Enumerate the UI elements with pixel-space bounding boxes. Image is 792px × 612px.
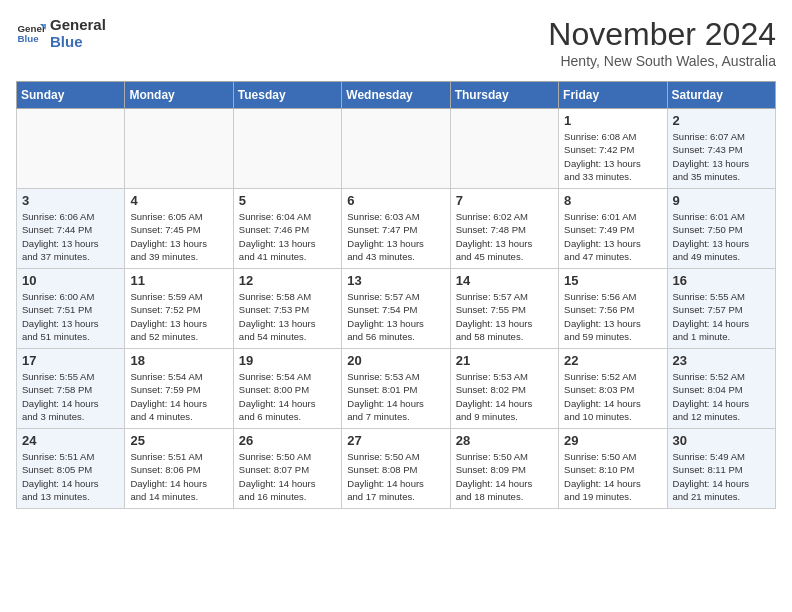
day-info: Sunrise: 5:59 AM Sunset: 7:52 PM Dayligh… — [130, 290, 227, 343]
day-cell: 21Sunrise: 5:53 AM Sunset: 8:02 PM Dayli… — [450, 349, 558, 429]
week-row-4: 17Sunrise: 5:55 AM Sunset: 7:58 PM Dayli… — [17, 349, 776, 429]
day-cell: 24Sunrise: 5:51 AM Sunset: 8:05 PM Dayli… — [17, 429, 125, 509]
day-cell — [342, 109, 450, 189]
day-number: 29 — [564, 433, 661, 448]
day-number: 26 — [239, 433, 336, 448]
page-header: General Blue General Blue November 2024 … — [16, 16, 776, 69]
day-cell: 13Sunrise: 5:57 AM Sunset: 7:54 PM Dayli… — [342, 269, 450, 349]
header-monday: Monday — [125, 82, 233, 109]
day-cell: 23Sunrise: 5:52 AM Sunset: 8:04 PM Dayli… — [667, 349, 775, 429]
day-info: Sunrise: 5:53 AM Sunset: 8:02 PM Dayligh… — [456, 370, 553, 423]
week-row-5: 24Sunrise: 5:51 AM Sunset: 8:05 PM Dayli… — [17, 429, 776, 509]
day-number: 16 — [673, 273, 770, 288]
day-info: Sunrise: 6:05 AM Sunset: 7:45 PM Dayligh… — [130, 210, 227, 263]
calendar-header-row: SundayMondayTuesdayWednesdayThursdayFrid… — [17, 82, 776, 109]
title-block: November 2024 Henty, New South Wales, Au… — [548, 16, 776, 69]
day-cell: 8Sunrise: 6:01 AM Sunset: 7:49 PM Daylig… — [559, 189, 667, 269]
day-cell — [17, 109, 125, 189]
day-cell: 29Sunrise: 5:50 AM Sunset: 8:10 PM Dayli… — [559, 429, 667, 509]
day-cell: 10Sunrise: 6:00 AM Sunset: 7:51 PM Dayli… — [17, 269, 125, 349]
calendar-table: SundayMondayTuesdayWednesdayThursdayFrid… — [16, 81, 776, 509]
day-info: Sunrise: 6:02 AM Sunset: 7:48 PM Dayligh… — [456, 210, 553, 263]
day-number: 30 — [673, 433, 770, 448]
logo-line2: Blue — [50, 33, 106, 50]
week-row-1: 1Sunrise: 6:08 AM Sunset: 7:42 PM Daylig… — [17, 109, 776, 189]
day-cell: 14Sunrise: 5:57 AM Sunset: 7:55 PM Dayli… — [450, 269, 558, 349]
day-number: 24 — [22, 433, 119, 448]
day-cell: 7Sunrise: 6:02 AM Sunset: 7:48 PM Daylig… — [450, 189, 558, 269]
day-number: 28 — [456, 433, 553, 448]
day-cell: 22Sunrise: 5:52 AM Sunset: 8:03 PM Dayli… — [559, 349, 667, 429]
day-cell: 19Sunrise: 5:54 AM Sunset: 8:00 PM Dayli… — [233, 349, 341, 429]
day-number: 5 — [239, 193, 336, 208]
day-info: Sunrise: 6:01 AM Sunset: 7:50 PM Dayligh… — [673, 210, 770, 263]
week-row-2: 3Sunrise: 6:06 AM Sunset: 7:44 PM Daylig… — [17, 189, 776, 269]
day-number: 13 — [347, 273, 444, 288]
week-row-3: 10Sunrise: 6:00 AM Sunset: 7:51 PM Dayli… — [17, 269, 776, 349]
day-info: Sunrise: 5:57 AM Sunset: 7:54 PM Dayligh… — [347, 290, 444, 343]
header-friday: Friday — [559, 82, 667, 109]
day-cell: 3Sunrise: 6:06 AM Sunset: 7:44 PM Daylig… — [17, 189, 125, 269]
day-cell: 9Sunrise: 6:01 AM Sunset: 7:50 PM Daylig… — [667, 189, 775, 269]
day-number: 21 — [456, 353, 553, 368]
day-info: Sunrise: 5:54 AM Sunset: 7:59 PM Dayligh… — [130, 370, 227, 423]
day-info: Sunrise: 5:56 AM Sunset: 7:56 PM Dayligh… — [564, 290, 661, 343]
day-info: Sunrise: 5:54 AM Sunset: 8:00 PM Dayligh… — [239, 370, 336, 423]
day-info: Sunrise: 5:51 AM Sunset: 8:06 PM Dayligh… — [130, 450, 227, 503]
day-number: 23 — [673, 353, 770, 368]
day-info: Sunrise: 5:55 AM Sunset: 7:58 PM Dayligh… — [22, 370, 119, 423]
header-tuesday: Tuesday — [233, 82, 341, 109]
header-sunday: Sunday — [17, 82, 125, 109]
day-cell: 28Sunrise: 5:50 AM Sunset: 8:09 PM Dayli… — [450, 429, 558, 509]
day-number: 9 — [673, 193, 770, 208]
logo-line1: General — [50, 16, 106, 33]
day-number: 12 — [239, 273, 336, 288]
day-number: 11 — [130, 273, 227, 288]
day-number: 8 — [564, 193, 661, 208]
logo-icon: General Blue — [16, 18, 46, 48]
header-thursday: Thursday — [450, 82, 558, 109]
day-cell: 25Sunrise: 5:51 AM Sunset: 8:06 PM Dayli… — [125, 429, 233, 509]
day-cell: 2Sunrise: 6:07 AM Sunset: 7:43 PM Daylig… — [667, 109, 775, 189]
day-cell: 16Sunrise: 5:55 AM Sunset: 7:57 PM Dayli… — [667, 269, 775, 349]
day-info: Sunrise: 5:58 AM Sunset: 7:53 PM Dayligh… — [239, 290, 336, 343]
day-number: 22 — [564, 353, 661, 368]
day-info: Sunrise: 5:50 AM Sunset: 8:09 PM Dayligh… — [456, 450, 553, 503]
day-cell: 26Sunrise: 5:50 AM Sunset: 8:07 PM Dayli… — [233, 429, 341, 509]
day-number: 10 — [22, 273, 119, 288]
day-number: 25 — [130, 433, 227, 448]
day-info: Sunrise: 6:00 AM Sunset: 7:51 PM Dayligh… — [22, 290, 119, 343]
day-cell: 5Sunrise: 6:04 AM Sunset: 7:46 PM Daylig… — [233, 189, 341, 269]
day-cell — [125, 109, 233, 189]
day-cell: 12Sunrise: 5:58 AM Sunset: 7:53 PM Dayli… — [233, 269, 341, 349]
day-info: Sunrise: 5:52 AM Sunset: 8:03 PM Dayligh… — [564, 370, 661, 423]
day-info: Sunrise: 5:55 AM Sunset: 7:57 PM Dayligh… — [673, 290, 770, 343]
day-number: 2 — [673, 113, 770, 128]
month-title: November 2024 — [548, 16, 776, 53]
location: Henty, New South Wales, Australia — [548, 53, 776, 69]
day-info: Sunrise: 6:04 AM Sunset: 7:46 PM Dayligh… — [239, 210, 336, 263]
day-info: Sunrise: 6:08 AM Sunset: 7:42 PM Dayligh… — [564, 130, 661, 183]
day-number: 6 — [347, 193, 444, 208]
day-cell: 15Sunrise: 5:56 AM Sunset: 7:56 PM Dayli… — [559, 269, 667, 349]
day-info: Sunrise: 6:07 AM Sunset: 7:43 PM Dayligh… — [673, 130, 770, 183]
day-info: Sunrise: 5:52 AM Sunset: 8:04 PM Dayligh… — [673, 370, 770, 423]
day-info: Sunrise: 5:53 AM Sunset: 8:01 PM Dayligh… — [347, 370, 444, 423]
day-info: Sunrise: 6:06 AM Sunset: 7:44 PM Dayligh… — [22, 210, 119, 263]
day-cell: 18Sunrise: 5:54 AM Sunset: 7:59 PM Dayli… — [125, 349, 233, 429]
day-cell: 20Sunrise: 5:53 AM Sunset: 8:01 PM Dayli… — [342, 349, 450, 429]
day-info: Sunrise: 6:01 AM Sunset: 7:49 PM Dayligh… — [564, 210, 661, 263]
day-number: 17 — [22, 353, 119, 368]
day-number: 20 — [347, 353, 444, 368]
day-cell: 1Sunrise: 6:08 AM Sunset: 7:42 PM Daylig… — [559, 109, 667, 189]
header-saturday: Saturday — [667, 82, 775, 109]
day-info: Sunrise: 5:49 AM Sunset: 8:11 PM Dayligh… — [673, 450, 770, 503]
day-info: Sunrise: 6:03 AM Sunset: 7:47 PM Dayligh… — [347, 210, 444, 263]
day-info: Sunrise: 5:57 AM Sunset: 7:55 PM Dayligh… — [456, 290, 553, 343]
day-number: 1 — [564, 113, 661, 128]
day-number: 3 — [22, 193, 119, 208]
day-info: Sunrise: 5:51 AM Sunset: 8:05 PM Dayligh… — [22, 450, 119, 503]
day-number: 7 — [456, 193, 553, 208]
header-wednesday: Wednesday — [342, 82, 450, 109]
day-cell — [450, 109, 558, 189]
